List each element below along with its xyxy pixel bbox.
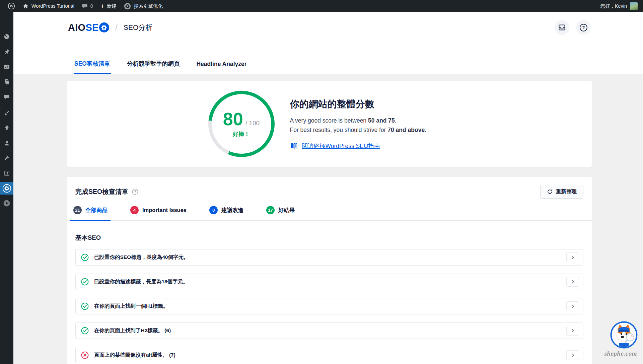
aioseo-logo[interactable]: AIOSE [68,22,109,33]
page-title: SEO分析 [124,23,152,32]
svg-text:?: ? [134,190,136,194]
checklist-title: 完成SEO檢查清單 [75,187,128,196]
chevron-right-icon [571,304,575,308]
sidebar-item-dashboard[interactable] [0,30,13,43]
sidebar-item-media[interactable] [0,60,13,73]
notifications-inbox-button[interactable] [555,20,569,35]
check-fail-icon [81,351,89,359]
media-icon [3,63,10,70]
tab-seo-audit-checklist[interactable]: SEO審核清單 [74,60,111,74]
check-item-h1-tag[interactable]: 在你的頁面上找到一個H1標籤。 [75,298,583,314]
aioseo-logo-gear-icon [99,22,109,32]
mascot-widget[interactable] [610,321,638,349]
refresh-icon [547,189,553,195]
sidebar-item-posts[interactable] [0,45,13,58]
score-max: / 100 [245,120,260,127]
seo-guide-link[interactable]: 閱讀終極WordPress SEO指南 [302,142,380,150]
sidebar-item-settings[interactable] [0,167,13,179]
seo-adminbar-menu[interactable]: 搜索引擎优化 [120,0,166,12]
wordpress-logo-icon[interactable]: W [4,0,19,12]
video-play-icon [3,200,10,207]
score-ring: 80 / 100 好棒！ [208,91,275,157]
inbox-icon [558,23,566,31]
comments-icon [4,94,10,100]
seo-checklist-card: 完成SEO檢查清單 ? 重新整理 21 全部商品 4 Important Iss… [67,177,592,364]
seo-gear-icon [124,3,131,10]
sidebar-item-pages[interactable] [0,75,13,88]
check-item-seo-title[interactable]: 已設置你的SEO標題，長度為40個字元。 [75,249,583,266]
chevron-right-icon [571,255,575,260]
svg-text:?: ? [582,25,585,30]
settings-sliders-icon [4,170,10,176]
expand-item-button[interactable] [566,252,579,262]
site-name-link[interactable]: WordPress Turtorial [19,0,78,12]
dashboard-icon [3,33,10,40]
admin-sidebar [0,12,13,364]
overall-score-card: 80 / 100 好棒！ 你的網站的整體分數 A very good score… [67,81,592,167]
home-icon [22,3,29,9]
tab-analyze-competitor[interactable]: 分析競爭對手的網頁 [126,60,181,74]
sidebar-item-appearance[interactable] [0,106,13,119]
tab-headline-analyzer[interactable]: Headline Analyzer [196,61,247,74]
svg-text:W: W [9,4,13,8]
comments-shortcut[interactable]: 0 [78,0,97,12]
comments-count: 0 [90,3,93,9]
posts-pin-icon [4,49,10,55]
site-name: WordPress Turtorial [31,3,74,9]
users-icon [4,140,10,146]
sidebar-item-tools[interactable] [0,152,13,164]
plus-icon: + [100,3,104,9]
aioseo-header: AIOSE / SEO分析 ? [13,12,643,43]
pages-icon [4,79,10,85]
score-heading: 你的網站的整體分數 [290,98,451,111]
filter-count-badge: 4 [130,206,139,214]
sidebar-item-comments[interactable] [0,90,13,103]
score-value: 80 [223,110,243,128]
plugins-icon [4,125,10,131]
check-item-image-alt[interactable]: 頁面上的某些圖像沒有alt屬性。 (7) [75,347,583,363]
account-greeting[interactable]: 您好，Kevin [600,3,627,9]
help-circle-icon[interactable]: ? [132,189,138,195]
comment-bubble-icon [82,3,88,9]
sidebar-item-users[interactable] [0,137,13,149]
help-icon: ? [579,23,588,32]
aioseo-gear-icon [2,184,11,193]
check-pass-icon [81,327,89,335]
filter-count-badge: 17 [266,206,275,214]
check-pass-icon [81,253,89,261]
sidebar-item-plugins[interactable] [0,122,13,134]
section-title-basic-seo: 基本SEO [75,233,583,242]
filter-all-items[interactable]: 21 全部商品 [70,206,111,221]
tools-wrench-icon [4,155,10,161]
admin-bar: W WordPress Turtorial 0 + 新建 搜索引擎优化 您好，K… [0,0,643,12]
chevron-right-icon [571,329,575,333]
book-icon [290,143,298,149]
new-content-button[interactable]: + 新建 [97,0,120,12]
sidebar-item-aioseo-active[interactable] [0,182,13,195]
check-item-h2-tags[interactable]: 在你的頁面上找到了H2標籤。 (6) [75,322,583,339]
dog-mascot-icon [610,321,638,349]
expand-item-button[interactable] [566,301,579,311]
filter-count-badge: 21 [73,206,82,214]
expand-item-button[interactable] [566,326,579,336]
expand-item-button[interactable] [566,350,579,360]
score-grade: 好棒！ [233,130,250,138]
analysis-tabs: SEO審核清單 分析競爭對手的網頁 Headline Analyzer [13,43,643,74]
sidebar-item-video[interactable] [0,197,13,210]
refresh-button[interactable]: 重新整理 [540,185,583,199]
check-item-description-tag[interactable]: 已設置你的描述標籤，長度為18個字元。 [75,274,583,290]
check-pass-icon [81,278,89,286]
chevron-right-icon [571,353,575,357]
checklist-filters: 21 全部商品 4 Important Issues 0 建議改進 17 好結果 [67,205,592,221]
avatar[interactable] [630,2,638,10]
check-pass-icon [81,302,89,310]
filter-recommended[interactable]: 0 建議改進 [206,206,246,221]
filter-good-results[interactable]: 17 好結果 [263,206,298,221]
expand-item-button[interactable] [566,277,579,287]
filter-important-issues[interactable]: 4 Important Issues [127,206,190,221]
appearance-brush-icon [4,110,10,116]
breadcrumb-separator: / [115,22,118,33]
help-button[interactable]: ? [576,20,591,35]
filter-count-badge: 0 [209,206,218,214]
watermark: shephe.com [604,350,637,357]
